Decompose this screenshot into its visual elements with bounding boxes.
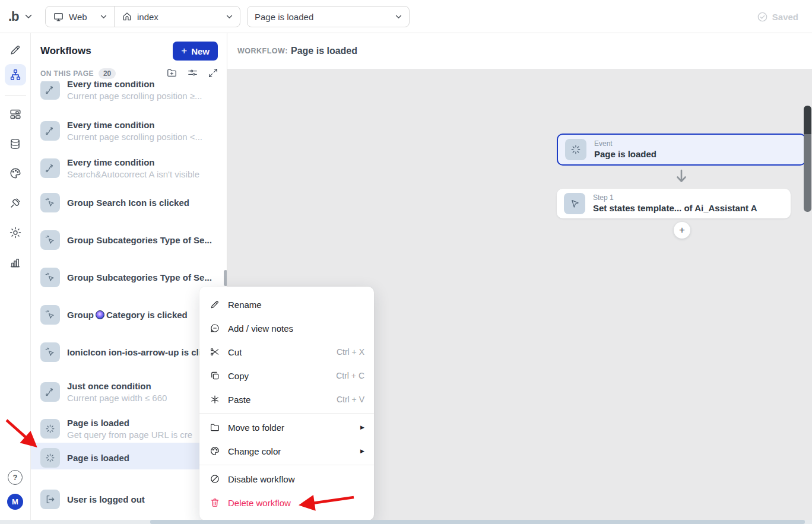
expand-icon[interactable] (208, 67, 218, 78)
workflow-item-selected[interactable]: Page is loaded (31, 443, 227, 469)
cursor-click-icon (40, 230, 60, 250)
event-node[interactable]: Event Page is loaded (557, 134, 806, 166)
menu-item-label: Delete workflow (228, 498, 291, 508)
plug-icon (9, 196, 22, 209)
monitor-icon (53, 11, 64, 23)
menu-divider (199, 413, 374, 414)
page-dropdown[interactable]: index (115, 7, 240, 27)
condition-icon (40, 382, 60, 402)
condition-icon (40, 158, 60, 178)
rail-divider (5, 95, 26, 96)
chevron-down-icon (395, 15, 402, 19)
workflow-item[interactable]: User is logged out (31, 490, 227, 509)
cursor-click-icon (40, 193, 60, 212)
event-node-kind: Event (594, 139, 656, 148)
user-avatar[interactable]: M (7, 494, 23, 510)
horizontal-scrollbar-thumb[interactable] (150, 520, 805, 524)
rail-item-reusables[interactable] (5, 103, 26, 125)
top-bar: .b Web index (0, 0, 812, 33)
workflow-header-name: Page is loaded (291, 46, 357, 56)
new-folder-button[interactable] (166, 67, 177, 78)
save-status: Saved (757, 0, 798, 33)
save-status-label: Saved (772, 12, 798, 22)
menu-item-label: Rename (228, 300, 262, 310)
chevron-down-icon (226, 15, 233, 19)
menu-item-disable-workflow[interactable]: Disable workflow (199, 467, 374, 491)
page-load-icon (565, 139, 586, 160)
workflow-item-subtitle: Get query from page URL is cre (67, 429, 192, 441)
check-circle-icon (757, 11, 768, 23)
menu-item-label: Move to folder (228, 423, 284, 433)
workflow-item-title: User is logged out (67, 493, 145, 506)
workflow-item[interactable]: Every time conditionCurrent page scrolli… (31, 119, 227, 143)
plus-icon: + (181, 45, 187, 57)
workflow-item-title: Page is loaded (67, 452, 129, 464)
cursor-click-icon (40, 268, 60, 287)
rail-item-styles[interactable] (5, 163, 26, 184)
menu-item-paste[interactable]: Paste Ctrl + V (199, 388, 374, 411)
bubble-workflow-editor: .b Web index (0, 0, 812, 524)
add-step-button[interactable]: + (674, 222, 690, 239)
disable-icon (209, 474, 221, 484)
step-node[interactable]: Step 1 Set states template... of Ai_Assi… (557, 189, 791, 218)
rail-item-plugins[interactable] (5, 192, 26, 214)
rail-item-design[interactable] (5, 39, 26, 61)
workflow-dropdown[interactable]: Page is loaded (247, 6, 410, 27)
canvas-scrollbar-thumb[interactable] (804, 106, 811, 134)
rail-item-data[interactable] (5, 133, 26, 154)
menu-item-label: Cut (228, 347, 242, 357)
submenu-arrow-icon: ▶ (360, 424, 364, 430)
menu-item-shortcut: Ctrl + C (336, 371, 364, 380)
workflow-item[interactable]: IonicIcon ion-ios-arrow-up is cli (31, 342, 227, 362)
workflow-item[interactable]: Every time conditionSearch&Autocorrect A… (31, 156, 227, 180)
menu-item-copy[interactable]: Copy Ctrl + C (199, 364, 374, 388)
workflow-item[interactable]: Group Subcategories Type of Se... (31, 268, 227, 287)
section-label: ON THIS PAGE (40, 69, 94, 78)
platform-label: Web (69, 12, 87, 22)
new-workflow-button[interactable]: + New (173, 42, 218, 61)
cursor-click-icon (40, 305, 60, 325)
menu-item-label: Change color (228, 446, 281, 456)
filters-icon[interactable] (187, 67, 198, 78)
menu-item-change-color[interactable]: Change color ▶ (199, 439, 374, 463)
panel-scrollbar-thumb[interactable] (224, 270, 227, 286)
workflow-item[interactable]: Just once conditionCurrent page width ≤ … (31, 380, 227, 404)
workflow-item-title: Every time condition (67, 156, 199, 169)
category-orb-image (96, 310, 104, 319)
workflow-item[interactable]: Group Search Icon is clicked (31, 193, 227, 212)
flow-arrow-icon (674, 169, 689, 185)
workflow-item[interactable]: Group Subcategories Type of Se... (31, 230, 227, 250)
menu-item-delete-workflow[interactable]: Delete workflow (199, 491, 374, 515)
rail-item-settings[interactable] (5, 222, 26, 243)
workflow-item[interactable]: GroupCategory is clicked (31, 305, 227, 325)
step-node-title: Set states template... of Ai_Assistant A (593, 202, 757, 214)
canvas-scrollbar-track[interactable] (804, 134, 811, 212)
workflow-item[interactable]: Every time conditionCurrent page scrolli… (31, 78, 227, 102)
avatar-initial: M (12, 497, 18, 506)
app-logo-menu[interactable]: .b (8, 0, 32, 33)
workflows-panel-header: Workflows + New ON THIS PAGE 20 (31, 33, 227, 81)
platform-dropdown[interactable]: Web (46, 7, 115, 27)
menu-item-move-to-folder[interactable]: Move to folder ▶ (199, 415, 374, 439)
help-label: ? (13, 473, 18, 482)
panel-title: Workflows (40, 45, 91, 57)
workflow-count-badge: 20 (99, 68, 116, 79)
workflows-panel: Every time conditionCurrent page scrolli… (31, 33, 227, 524)
canvas-header: WORKFLOW: Page is loaded (227, 33, 812, 69)
workflow-item[interactable]: Page is loadedGet query from page URL is… (31, 417, 227, 441)
workflow-item-subtitle: Current page scrolling position ≥... (67, 90, 202, 102)
rail-item-logs[interactable] (5, 252, 26, 273)
copy-icon (209, 370, 221, 381)
menu-item-label: Paste (228, 395, 250, 405)
cursor-icon (564, 193, 585, 214)
help-button[interactable]: ? (8, 470, 23, 485)
workflow-item-subtitle: Search&Autocorrect A isn't visible (67, 169, 199, 180)
cursor-click-icon (40, 342, 60, 362)
menu-item-cut[interactable]: Cut Ctrl + X (199, 340, 374, 364)
menu-item-rename[interactable]: Rename (199, 293, 374, 316)
workflow-item-title: Group Subcategories Type of Se... (67, 234, 212, 246)
menu-item-add-notes[interactable]: Add / view notes (199, 316, 374, 340)
rail-item-workflows[interactable] (5, 64, 26, 85)
page-load-icon (40, 419, 60, 439)
horizontal-scrollbar[interactable] (0, 520, 812, 524)
